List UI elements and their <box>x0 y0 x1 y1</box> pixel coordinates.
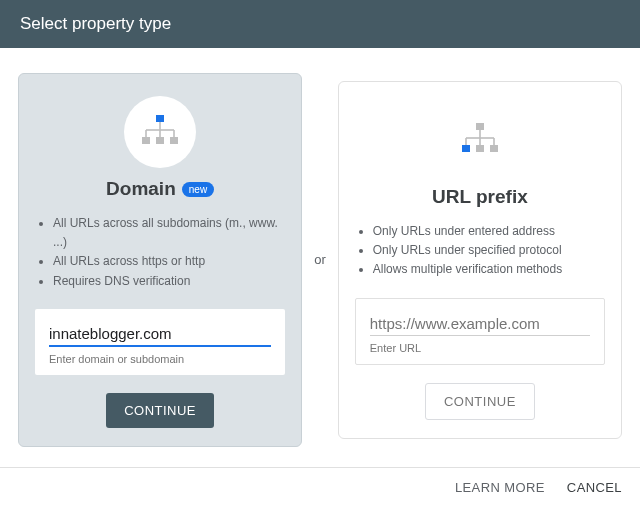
domain-input-box: Enter domain or subdomain <box>35 309 285 375</box>
svg-rect-9 <box>476 123 484 130</box>
domain-continue-button[interactable]: CONTINUE <box>106 393 214 428</box>
url-bullet: Only URLs under entered address <box>373 222 562 241</box>
domain-title-row: Domain new <box>106 178 214 200</box>
dialog-footer: LEARN MORE CANCEL <box>0 467 640 507</box>
domain-bullet: Requires DNS verification <box>53 272 285 291</box>
url-bullets: Only URLs under entered address Only URL… <box>355 222 562 280</box>
domain-icon-circle <box>124 96 196 168</box>
cancel-button[interactable]: CANCEL <box>567 480 622 495</box>
svg-rect-17 <box>490 145 498 152</box>
url-input-helper: Enter URL <box>370 342 590 354</box>
url-icon-circle <box>444 104 516 176</box>
domain-title: Domain <box>106 178 176 200</box>
domain-input-helper: Enter domain or subdomain <box>49 353 271 365</box>
dialog-title: Select property type <box>20 14 171 33</box>
url-title: URL prefix <box>432 186 528 208</box>
svg-rect-0 <box>156 115 164 122</box>
sitemap-icon <box>140 115 180 149</box>
svg-rect-7 <box>156 137 164 144</box>
new-badge: new <box>182 182 214 197</box>
domain-bullets: All URLs across all subdomains (m., www.… <box>35 214 285 291</box>
domain-bullet: All URLs across https or http <box>53 252 285 271</box>
url-bullet: Allows multiple verification methods <box>373 260 562 279</box>
domain-bullet: All URLs across all subdomains (m., www.… <box>53 214 285 252</box>
svg-rect-8 <box>170 137 178 144</box>
url-input[interactable] <box>370 315 590 336</box>
svg-rect-6 <box>142 137 150 144</box>
sitemap-icon <box>460 123 500 157</box>
or-separator: or <box>312 252 328 267</box>
svg-rect-16 <box>476 145 484 152</box>
svg-rect-15 <box>462 145 470 152</box>
url-continue-button[interactable]: CONTINUE <box>425 383 535 420</box>
url-bullet: Only URLs under specified protocol <box>373 241 562 260</box>
url-input-box: Enter URL <box>355 298 605 365</box>
dialog-content: Domain new All URLs across all subdomain… <box>0 48 640 467</box>
domain-input[interactable] <box>49 325 271 347</box>
domain-card[interactable]: Domain new All URLs across all subdomain… <box>18 73 302 447</box>
url-prefix-card[interactable]: URL prefix Only URLs under entered addre… <box>338 81 622 439</box>
url-title-row: URL prefix <box>432 186 528 208</box>
dialog-header: Select property type <box>0 0 640 48</box>
learn-more-link[interactable]: LEARN MORE <box>455 480 545 495</box>
